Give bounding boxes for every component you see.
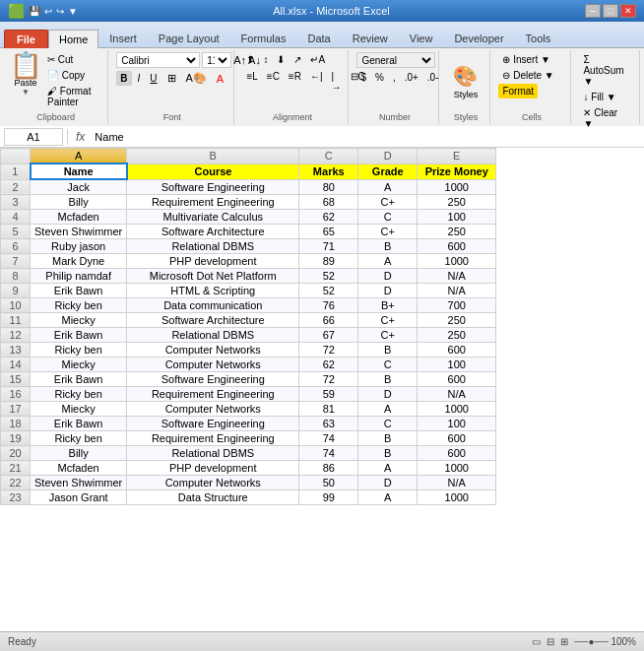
cell-b10[interactable]: Data communication [127, 298, 299, 313]
cell-a8[interactable]: Philip namdaf [31, 269, 127, 284]
row-number[interactable]: 17 [1, 402, 31, 417]
cell-e10[interactable]: 700 [418, 298, 496, 313]
row-number[interactable]: 18 [1, 417, 31, 431]
cell-d23[interactable]: A [358, 490, 418, 505]
row-number[interactable]: 21 [1, 461, 31, 476]
tab-data[interactable]: Data [296, 29, 341, 47]
cell-reference-input[interactable] [4, 128, 63, 146]
cell-e2[interactable]: 1000 [418, 179, 496, 195]
cell-a5[interactable]: Steven Shwimmer [31, 225, 127, 239]
cell-b22[interactable]: Computer Networks [127, 476, 299, 490]
cell-b8[interactable]: Microsoft Dot Net Platform [127, 269, 299, 284]
cell-d5[interactable]: C+ [358, 225, 418, 239]
cell-d18[interactable]: C [358, 417, 418, 431]
cell-c16[interactable]: 59 [299, 387, 358, 402]
cell-c23[interactable]: 99 [299, 490, 358, 505]
row-number[interactable]: 2 [1, 179, 31, 195]
cell-c7[interactable]: 89 [299, 254, 358, 269]
cell-a13[interactable]: Ricky ben [31, 343, 127, 358]
cell-c2[interactable]: 80 [299, 179, 358, 195]
close-button[interactable]: ✕ [620, 4, 636, 18]
tab-formulas[interactable]: Formulas [230, 29, 297, 47]
increase-decimal-button[interactable]: .0+ [401, 70, 422, 85]
cell-a7[interactable]: Mark Dyne [31, 254, 127, 269]
cell-a3[interactable]: Billy [31, 195, 127, 210]
cell-b2[interactable]: Software Engineering [127, 179, 299, 195]
cell-c17[interactable]: 81 [299, 402, 358, 417]
cell-c4[interactable]: 62 [299, 210, 358, 225]
border-button[interactable]: ⊞ [163, 70, 180, 87]
cell-c10[interactable]: 76 [299, 298, 358, 313]
fill-button[interactable]: ↓ Fill ▼ [579, 90, 619, 104]
cell-d20[interactable]: B [358, 446, 418, 461]
cell-e1[interactable]: Prize Money [418, 163, 496, 179]
cell-d8[interactable]: D [358, 269, 418, 284]
cell-c3[interactable]: 68 [299, 195, 358, 210]
bold-button[interactable]: B [116, 71, 131, 86]
cell-e17[interactable]: 1000 [418, 402, 496, 417]
page-break-button[interactable]: ⊞ [560, 636, 568, 647]
cell-b13[interactable]: Computer Networks [127, 343, 299, 358]
cell-d3[interactable]: C+ [358, 195, 418, 210]
row-number[interactable]: 3 [1, 195, 31, 210]
maximize-button[interactable]: □ [603, 4, 618, 18]
cell-a11[interactable]: Miecky [31, 313, 127, 328]
row-number[interactable]: 14 [1, 358, 31, 372]
cell-c9[interactable]: 52 [299, 284, 358, 298]
tab-tools[interactable]: Tools [515, 29, 562, 47]
cell-b21[interactable]: PHP development [127, 461, 299, 476]
cell-d16[interactable]: D [358, 387, 418, 402]
cell-a23[interactable]: Jason Grant [31, 490, 127, 505]
decrease-indent-button[interactable]: ←| [306, 69, 327, 95]
cell-b6[interactable]: Relational DBMS [127, 239, 299, 254]
row-number[interactable]: 1 [1, 163, 31, 179]
percent-button[interactable]: % [371, 70, 388, 85]
row-number[interactable]: 9 [1, 284, 31, 298]
quick-undo[interactable]: ↩ [44, 6, 52, 17]
cell-d4[interactable]: C [358, 210, 418, 225]
cell-c12[interactable]: 67 [299, 328, 358, 343]
cell-b17[interactable]: Computer Networks [127, 402, 299, 417]
cell-e23[interactable]: 1000 [418, 490, 496, 505]
cell-a20[interactable]: Billy [31, 446, 127, 461]
align-left-button[interactable]: ≡L [242, 69, 261, 95]
row-number[interactable]: 7 [1, 254, 31, 269]
row-number[interactable]: 19 [1, 431, 31, 446]
cell-d22[interactable]: D [358, 476, 418, 490]
cut-button[interactable]: ✂ Cut [43, 52, 101, 67]
row-number[interactable]: 13 [1, 343, 31, 358]
col-header-a[interactable]: A [31, 149, 127, 164]
row-number[interactable]: 16 [1, 387, 31, 402]
paste-button[interactable]: 📋 Paste ▼ [10, 52, 41, 97]
cell-a19[interactable]: Ricky ben [31, 431, 127, 446]
cell-e16[interactable]: N/A [418, 387, 496, 402]
decrease-decimal-button[interactable]: .0- [423, 70, 443, 85]
cell-e18[interactable]: 100 [418, 417, 496, 431]
cell-c21[interactable]: 86 [299, 461, 358, 476]
cell-b5[interactable]: Software Architecture [127, 225, 299, 239]
cell-d15[interactable]: B [358, 372, 418, 387]
col-header-e[interactable]: E [418, 149, 496, 164]
cell-e22[interactable]: N/A [418, 476, 496, 490]
align-bottom-button[interactable]: ⬇ [273, 52, 289, 67]
cell-d21[interactable]: A [358, 461, 418, 476]
cell-c13[interactable]: 72 [299, 343, 358, 358]
font-size-select[interactable]: 11 [202, 52, 231, 68]
page-layout-button[interactable]: ⊟ [547, 636, 554, 647]
col-header-d[interactable]: D [358, 149, 418, 164]
cell-e20[interactable]: 600 [418, 446, 496, 461]
cell-c11[interactable]: 66 [299, 313, 358, 328]
fill-color-button[interactable]: A🎨 [182, 70, 211, 87]
cell-d2[interactable]: A [358, 179, 418, 195]
cell-e8[interactable]: N/A [418, 269, 496, 284]
cell-a21[interactable]: Mcfaden [31, 461, 127, 476]
tab-home[interactable]: Home [48, 30, 98, 48]
cell-b3[interactable]: Requirement Engineering [127, 195, 299, 210]
row-number[interactable]: 12 [1, 328, 31, 343]
cell-c5[interactable]: 65 [299, 225, 358, 239]
cell-c6[interactable]: 71 [299, 239, 358, 254]
row-number[interactable]: 6 [1, 239, 31, 254]
cell-b4[interactable]: Multivariate Calculus [127, 210, 299, 225]
cell-e5[interactable]: 250 [418, 225, 496, 239]
cell-a6[interactable]: Ruby jason [31, 239, 127, 254]
